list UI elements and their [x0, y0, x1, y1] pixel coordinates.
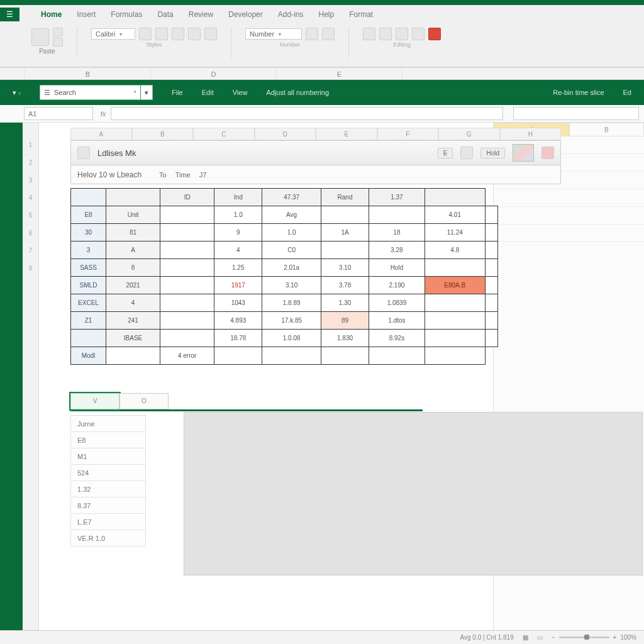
- cell[interactable]: 2.190: [369, 277, 425, 294]
- cell[interactable]: [160, 206, 214, 224]
- copy-icon[interactable]: [53, 38, 63, 47]
- tab-insert[interactable]: Insert: [77, 10, 96, 19]
- italic-icon[interactable]: [155, 28, 168, 40]
- footer-cell[interactable]: [106, 347, 160, 365]
- footer-cell[interactable]: Modl: [71, 347, 106, 365]
- col-header[interactable]: A: [70, 128, 132, 140]
- table-header[interactable]: Ind: [214, 189, 262, 206]
- row-header[interactable]: 6: [23, 225, 38, 242]
- record-icon[interactable]: [428, 28, 441, 40]
- list-item[interactable]: M1: [70, 448, 146, 465]
- list-item[interactable]: E8: [70, 432, 146, 448]
- menu-item[interactable]: Edit: [202, 89, 214, 96]
- row-header[interactable]: 4: [23, 189, 38, 207]
- tab-review[interactable]: Review: [189, 10, 213, 19]
- fill-color-icon[interactable]: [188, 28, 201, 40]
- cell[interactable]: [160, 294, 214, 312]
- list-item[interactable]: VE.R 1.0: [70, 530, 146, 547]
- zoom-out-icon[interactable]: −: [552, 634, 555, 641]
- cell[interactable]: [160, 277, 214, 294]
- cell[interactable]: 4: [214, 242, 262, 259]
- cell[interactable]: [485, 294, 497, 312]
- row-header[interactable]: 1: [23, 136, 38, 154]
- cell[interactable]: [425, 259, 485, 277]
- cell[interactable]: 1.0: [262, 224, 321, 242]
- tab-home[interactable]: Home: [41, 10, 62, 19]
- cell[interactable]: 11.24: [425, 224, 485, 242]
- cell[interactable]: [160, 224, 214, 242]
- tab-help[interactable]: Help: [318, 10, 334, 19]
- cell[interactable]: 3.28: [369, 242, 425, 259]
- cell[interactable]: 1A: [321, 224, 369, 242]
- sub-chip[interactable]: Time: [175, 171, 191, 179]
- zoom-in-icon[interactable]: +: [613, 634, 617, 641]
- row-label[interactable]: Z1: [71, 312, 106, 330]
- bold-icon[interactable]: [139, 28, 152, 40]
- cell[interactable]: 1.0839: [369, 294, 425, 312]
- col-header[interactable]: E: [316, 128, 377, 140]
- table-header[interactable]: ID: [160, 189, 214, 206]
- view-layout-icon[interactable]: ▭: [537, 634, 543, 641]
- col-header[interactable]: D: [151, 68, 277, 79]
- cell[interactable]: 4.8: [425, 242, 485, 259]
- cell[interactable]: 2021: [106, 277, 160, 294]
- list-item[interactable]: 1.32: [70, 481, 146, 497]
- cell[interactable]: 1.dtos: [369, 312, 425, 330]
- search-clear-icon[interactable]: ˣ: [133, 89, 136, 97]
- underline-icon[interactable]: [172, 28, 184, 40]
- cell[interactable]: [160, 330, 214, 347]
- search-input[interactable]: ☰ Search ˣ ▾: [40, 85, 153, 100]
- menu-item[interactable]: Adjust all numbering: [266, 89, 329, 96]
- cell[interactable]: 18: [369, 224, 425, 242]
- paste-icon[interactable]: [31, 28, 49, 46]
- cell[interactable]: 4: [106, 294, 160, 312]
- table-header[interactable]: Rand: [321, 189, 369, 206]
- cell[interactable]: 17.k.85: [262, 312, 321, 330]
- col-header[interactable]: C: [193, 128, 255, 140]
- cell[interactable]: [485, 259, 497, 277]
- cell[interactable]: [425, 330, 485, 347]
- cut-icon[interactable]: [53, 28, 63, 36]
- footer-cell[interactable]: [425, 347, 485, 365]
- cell[interactable]: 18.78: [214, 330, 262, 347]
- cell[interactable]: C0: [262, 242, 321, 259]
- row-header[interactable]: 8: [23, 260, 38, 277]
- list-item[interactable]: 524: [70, 465, 146, 481]
- comma-icon[interactable]: [322, 28, 335, 40]
- cell[interactable]: E80A.B: [425, 277, 485, 294]
- table-header[interactable]: [71, 189, 106, 206]
- row-label[interactable]: E8: [71, 206, 106, 224]
- cell[interactable]: 4.893: [214, 312, 262, 330]
- clear-icon[interactable]: [412, 28, 425, 40]
- cell[interactable]: [321, 206, 369, 224]
- cell[interactable]: 81: [106, 224, 160, 242]
- cell[interactable]: [425, 312, 485, 330]
- cell[interactable]: [160, 259, 214, 277]
- fx-icon[interactable]: fx: [96, 105, 111, 122]
- font-color-icon[interactable]: [204, 28, 217, 40]
- menu-item[interactable]: Ed: [623, 89, 631, 96]
- zoom-control[interactable]: − + 100%: [552, 634, 636, 641]
- tab-data[interactable]: Data: [157, 10, 173, 19]
- cell[interactable]: 1.30: [321, 294, 369, 312]
- cell[interactable]: 3.10: [321, 259, 369, 277]
- col-header[interactable]: B: [25, 68, 151, 79]
- tool-icon[interactable]: [460, 147, 473, 159]
- row-header[interactable]: 7: [23, 242, 38, 260]
- find-icon[interactable]: [396, 28, 408, 40]
- row-label[interactable]: [71, 330, 106, 347]
- mini-col-selected[interactable]: V: [70, 393, 119, 409]
- tab-addins[interactable]: Add-ins: [278, 10, 304, 19]
- view-normal-icon[interactable]: ▦: [523, 634, 528, 641]
- chip[interactable]: Hold: [480, 148, 505, 158]
- cell[interactable]: [160, 242, 214, 259]
- cell[interactable]: [485, 330, 497, 347]
- table-header[interactable]: 1.37: [369, 189, 425, 206]
- tool-icon[interactable]: [77, 147, 90, 159]
- cell[interactable]: 1.25: [214, 259, 262, 277]
- row-label[interactable]: SMLD: [71, 277, 106, 294]
- col-header[interactable]: F: [377, 128, 439, 140]
- cell[interactable]: IBASE: [106, 330, 160, 347]
- col-header[interactable]: G: [438, 128, 500, 140]
- tab-format[interactable]: Format: [349, 10, 373, 19]
